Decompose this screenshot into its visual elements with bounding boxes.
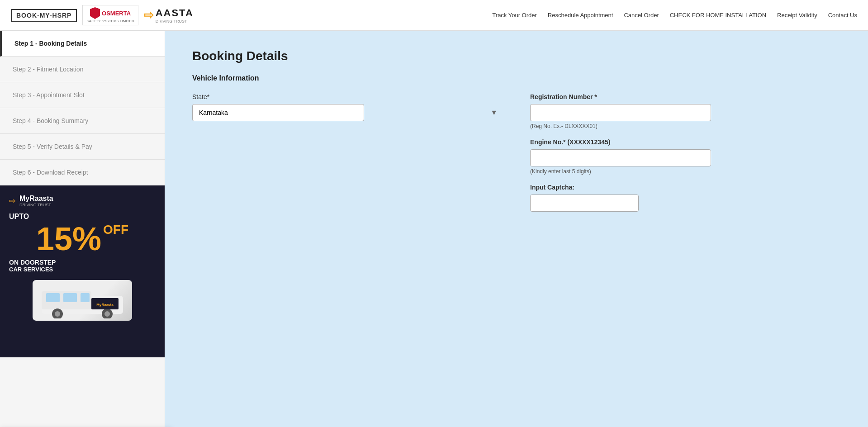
state-select-wrapper: Select Vehicle Registration StateAndaman… (192, 104, 503, 121)
header-nav: Track Your OrderReschedule AppointmentCa… (492, 12, 857, 19)
logo-aasta: ⇨ AASTA DRIVING TRUST (144, 7, 194, 24)
engine-input[interactable] (530, 149, 711, 166)
sidebar-step6[interactable]: Step 6 - Download Receipt (0, 160, 165, 185)
reg-hint: (Reg No. Ex.- DLXXXXX01) (530, 123, 841, 129)
svg-rect-3 (63, 293, 77, 302)
ad-percent: 15% (36, 223, 101, 255)
content-area: Booking Details Vehicle Information Stat… (165, 31, 868, 427)
main-layout: Step 1 - Booking DetailsStep 2 - Fitment… (0, 31, 868, 427)
reg-number-input[interactable] (530, 104, 711, 121)
nav-item-reschedule[interactable]: Reschedule Appointment (548, 12, 613, 19)
osmerta-text: OSMERTA (102, 10, 131, 17)
svg-point-8 (104, 311, 110, 317)
nav-item-home-install[interactable]: CHECK FOR HOME INSTALLATION (670, 12, 766, 19)
svg-point-6 (55, 311, 60, 317)
nav-item-contact-us[interactable]: Contact Us (828, 12, 857, 19)
ad-logo-icon: ⇨ (9, 196, 16, 206)
sidebar-step3[interactable]: Step 3 - Appointment Slot (0, 82, 165, 108)
ad-logo: ⇨ MyRaasta DRIVING TRUST (9, 195, 53, 207)
state-select[interactable]: Select Vehicle Registration StateAndaman… (192, 104, 364, 121)
captcha-input[interactable] (530, 195, 639, 212)
nav-item-track-order[interactable]: Track Your Order (492, 12, 537, 19)
form-row: State* Select Vehicle Registration State… (192, 93, 841, 212)
ad-logo-sub: DRIVING TRUST (19, 203, 53, 207)
sidebar-step1[interactable]: Step 1 - Booking Details (0, 31, 165, 57)
captcha-label: Input Captcha: (530, 184, 841, 191)
aasta-text: AASTA (156, 7, 194, 19)
state-col: State* Select Vehicle Registration State… (192, 93, 503, 121)
svg-rect-2 (46, 293, 60, 302)
sidebar: Step 1 - Booking DetailsStep 2 - Fitment… (0, 31, 165, 427)
sidebar-ad: ⇨ MyRaasta DRIVING TRUST UPTO 15% OFF ON… (0, 185, 165, 357)
ad-doorstep: ON DOORSTEP (9, 259, 56, 266)
ad-off: OFF (103, 223, 128, 237)
ad-logo-text: MyRaasta (19, 195, 53, 203)
ad-car: CAR SERVICES (9, 266, 53, 273)
header: BOOK-MY-HSRP OSMERTA SAFETY SYSTEMS LIMI… (0, 0, 868, 31)
sidebar-step2[interactable]: Step 2 - Fitment Location (0, 57, 165, 82)
chevron-down-icon: ▼ (490, 109, 498, 117)
nav-item-cancel-order[interactable]: Cancel Order (624, 12, 659, 19)
engine-label: Engine No.* (XXXXX12345) (530, 138, 841, 146)
state-label: State* (192, 93, 503, 100)
right-form: Registration Number * (Reg No. Ex.- DLXX… (530, 93, 841, 212)
ad-upto: UPTO (9, 213, 29, 221)
ad-van: MyRaasta (33, 280, 132, 321)
engine-hint: (Kindly enter last 5 digits) (530, 168, 841, 175)
booking-title: Booking Details (192, 49, 841, 63)
sidebar-step5[interactable]: Step 5 - Verify Details & Pay (0, 134, 165, 160)
aasta-icon: ⇨ (144, 8, 154, 22)
sidebar-step4[interactable]: Step 4 - Booking Summary (0, 108, 165, 134)
svg-text:MyRaasta: MyRaasta (96, 303, 114, 307)
svg-rect-4 (81, 293, 90, 302)
logo-bookmyhsrp[interactable]: BOOK-MY-HSRP (11, 9, 77, 22)
header-logos: BOOK-MY-HSRP OSMERTA SAFETY SYSTEMS LIMI… (11, 5, 492, 25)
osmerta-sub: SAFETY SYSTEMS LIMITED (86, 19, 134, 23)
aasta-sub: DRIVING TRUST (156, 19, 194, 24)
nav-item-receipt-validity[interactable]: Receipt Validity (777, 12, 817, 19)
reg-number-label: Registration Number * (530, 93, 841, 100)
vehicle-info-label: Vehicle Information (192, 74, 841, 82)
logo-osmerta: OSMERTA SAFETY SYSTEMS LIMITED (82, 5, 138, 25)
